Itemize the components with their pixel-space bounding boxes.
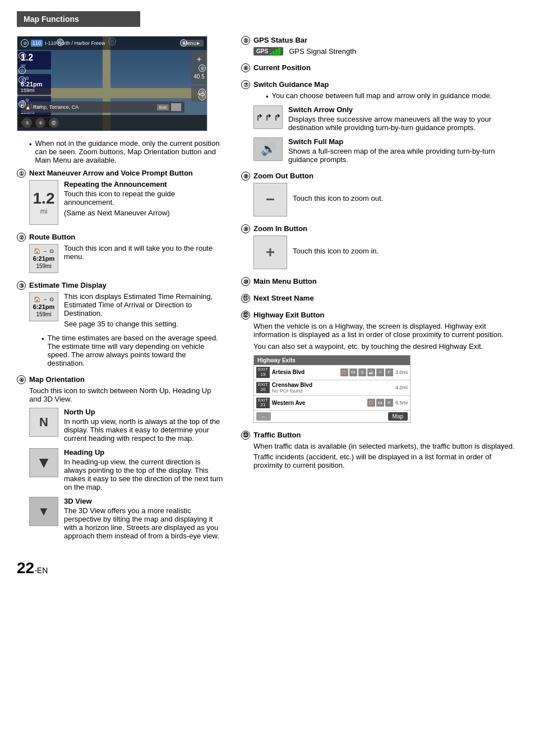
- maneuver-icon: 1.2 mi: [29, 180, 58, 225]
- exit-badge-3: EXIT 21: [256, 398, 270, 409]
- route-icon-row: 🏠→⊙ 6:21pm 159mi Touch this icon and it …: [29, 244, 224, 273]
- gps-bars: [270, 48, 280, 55]
- amenity-icons-3: 🏨 🍽 P: [367, 399, 393, 407]
- time-icon-row: 🏠→⊙ 6:21pm 159mi This icon displays Esti…: [29, 292, 224, 328]
- section-8: ⑧ Zoom Out Button − Touch this icon to z…: [241, 172, 518, 216]
- heading-up-icon: ▼: [29, 448, 58, 477]
- intro-bullet: • When not in the guidance mode, only th…: [29, 139, 224, 164]
- switch-arrow-only-row: ↱↱↱ Switch Arrow Only Displays three suc…: [253, 105, 518, 132]
- highway-exit-row-1: EXIT 19 Artesia Blvd 🏨 🍽 $ ☕ = P 3.0m: [254, 365, 410, 380]
- map-bottom-bar: ⑤ ⑥ ⑫: [17, 115, 207, 131]
- zoom-in-row: + Touch this icon to zoom in.: [253, 236, 518, 269]
- page-suffix: -EN: [34, 566, 48, 575]
- exit-badge-1: EXIT 19: [256, 367, 270, 378]
- page-number-container: 22-EN: [17, 559, 518, 577]
- section-9: ⑨ Zoom In Button + Touch this icon to zo…: [241, 224, 518, 269]
- heading-up-row: ▼ Heading Up In heading-up view, the cur…: [29, 448, 224, 491]
- map-diagram: ⑪ ⑩ 110 I-110 North / Harbor Freew Menu►…: [17, 36, 207, 131]
- switch-full-map-row: 🔊 Switch Full Map Shows a full-screen ma…: [253, 137, 518, 164]
- highway-exit-row-2: EXIT 20 Crenshaw Blvd No POI found 4.2mi: [254, 380, 410, 396]
- zoom-out-icon: −: [253, 183, 287, 216]
- section-13: ⑬ Traffic Button When traffic data is av…: [241, 431, 518, 469]
- highway-exits-table: Highway Exits EXIT 19 Artesia Blvd 🏨 🍽 $: [253, 355, 411, 423]
- time-note: • The time estimates are based on the av…: [41, 334, 224, 367]
- map-street-bottom: ▲ Ramp, Torrance, CA Exit: [22, 102, 185, 113]
- section-2: ② Route Button 🏠→⊙ 6:21pm 159mi Touch th…: [17, 233, 224, 273]
- section-4: ④ Map Orientation Touch this icon to swi…: [17, 375, 224, 540]
- right-column: ⑤ GPS Status Bar GPS GPS Signal Strength: [241, 36, 518, 548]
- highway-exits-header: Highway Exits: [254, 356, 410, 365]
- highway-exits-footer: ← Map: [254, 411, 410, 422]
- exit-dist-1: 3.0mi: [395, 370, 408, 375]
- map-top-bar: ⑩ 110 I-110 North / Harbor Freew Menu►: [17, 36, 207, 50]
- page-number: 22: [17, 559, 34, 577]
- exit-dist-3: 6.5mi: [395, 400, 408, 405]
- zoom-in-icon: +: [253, 236, 287, 269]
- switch-arrow-only-icon: ↱↱↱: [253, 105, 283, 129]
- section-10: ⑩ Main Menu Button: [241, 277, 518, 286]
- time-icon: 🏠→⊙ 6:21pm 159mi: [29, 292, 58, 321]
- section-7: ⑦ Switch Guidance Map • You can choose b…: [241, 80, 518, 164]
- page-title: Map Functions: [17, 11, 518, 36]
- exit-badge-2: EXIT 20: [256, 382, 270, 393]
- section-6: ⑥ Current Position: [241, 63, 518, 72]
- north-up-icon: N: [29, 408, 58, 437]
- amenity-icons-1: 🏨 🍽 $ ☕ = P: [340, 368, 393, 376]
- section-1: ① Next Maneuver Arrow and Voice Prompt B…: [17, 169, 224, 225]
- exit-street-1: Artesia Blvd: [272, 369, 305, 375]
- left-column: ⑪ ⑩ 110 I-110 North / Harbor Freew Menu►…: [17, 36, 224, 548]
- route-icon: 🏠→⊙ 6:21pm 159mi: [29, 244, 58, 273]
- section-5: ⑤ GPS Status Bar GPS GPS Signal Strength: [241, 36, 518, 56]
- section-3: ③ Estimate Time Display 🏠→⊙ 6:21pm 159mi…: [17, 281, 224, 367]
- gps-indicator: GPS: [253, 47, 283, 56]
- back-button[interactable]: ←: [256, 412, 271, 421]
- highway-exit-row-3: EXIT 21 Western Ave 🏨 🍽 P 6.5mi: [254, 396, 410, 411]
- switch-full-map-icon: 🔊: [253, 137, 283, 161]
- exit-street-3: Western Ave: [272, 400, 306, 406]
- guidance-bullet: • You can choose between full map and ar…: [266, 91, 518, 101]
- section-11: ⑪ Next Street Name: [241, 294, 518, 303]
- exit-dist-2: 4.2mi: [395, 385, 408, 390]
- map-button[interactable]: Map: [388, 412, 408, 421]
- section-12: ⑫ Highway Exit Button When the vehicle i…: [241, 311, 518, 423]
- exit-street-2: Crenshaw Blvd No POI found: [272, 382, 312, 394]
- 3d-view-row: ▼ 3D View The 3D View offers you a more …: [29, 497, 224, 540]
- 3d-view-icon: ▼: [29, 497, 58, 526]
- maneuver-icon-row: 1.2 mi Repeating the Announcement Touch …: [29, 180, 224, 225]
- north-up-row: N North Up In north up view, north is al…: [29, 408, 224, 442]
- zoom-out-row: − Touch this icon to zoom out.: [253, 183, 518, 216]
